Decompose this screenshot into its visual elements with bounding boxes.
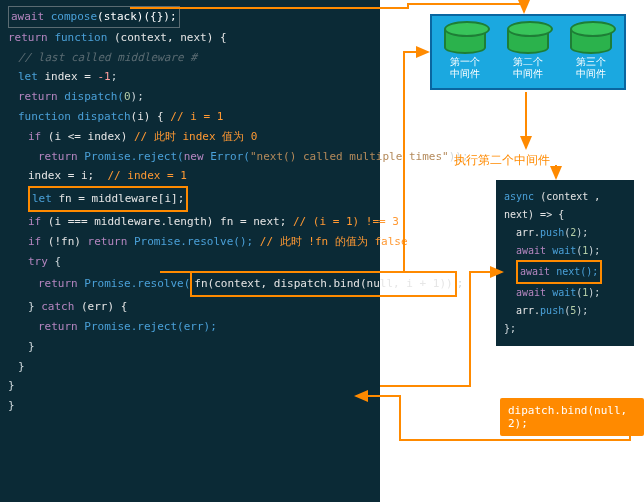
async-l4: await wait(1);: [504, 284, 628, 302]
code-line-19: }: [8, 376, 372, 396]
async-l2: await wait(1);: [504, 242, 628, 260]
code-line-5: return dispatch(0);: [8, 87, 372, 107]
code-line-18: }: [8, 357, 372, 377]
code-line-12: if (!fn) return Promise.resolve(); // 此时…: [8, 232, 372, 252]
code-line-2: return function (context, next) {: [8, 28, 372, 48]
code-line-6: function dispatch(i) { // i = 1: [8, 107, 372, 127]
highlight-await-next: await next();: [516, 260, 602, 284]
middleware-item-2: 第二个中间件: [500, 24, 556, 80]
cylinder-icon: [570, 24, 612, 54]
middleware-item-3: 第三个中间件: [563, 24, 619, 80]
code-line-14: return Promise.resolve(fn(context, dispa…: [8, 271, 372, 297]
async-l5: arr.push(5);: [504, 302, 628, 320]
highlight-fn-call: fn(context, dispatch.bind(null, i + 1)): [190, 271, 456, 297]
code-line-15: } catch (err) {: [8, 297, 372, 317]
code-line-20: }: [8, 396, 372, 416]
code-line-17: }: [8, 337, 372, 357]
async-sig: async (context , next) => {: [504, 188, 628, 224]
code-line-8: return Promise.reject(new Error("next() …: [8, 147, 372, 167]
middleware-item-1: 第一个中间件: [437, 24, 493, 80]
exec-second-middleware-label: 执行第二个中间件: [454, 152, 550, 169]
async-l1: arr.push(2);: [504, 224, 628, 242]
code-line-3: // last called middleware #: [8, 48, 372, 68]
highlight-let-fn: let fn = middleware[i];: [28, 186, 188, 212]
main-code-panel: await compose(stack)({}); return functio…: [0, 0, 380, 502]
code-line-9: index = i; // index = 1: [8, 166, 372, 186]
cylinder-icon: [507, 24, 549, 54]
dispatch-bind-badge: dipatch.bind(null, 2);: [500, 398, 644, 436]
cylinder-icon: [444, 24, 486, 54]
code-line-1: await compose(stack)({});: [8, 6, 372, 28]
code-line-10: let fn = middleware[i];: [8, 186, 372, 212]
code-line-11: if (i === middleware.length) fn = next; …: [8, 212, 372, 232]
code-line-13: try {: [8, 252, 372, 272]
middleware-stack: 第一个中间件 第二个中间件 第三个中间件: [430, 14, 626, 90]
code-line-4: let index = -1;: [8, 67, 372, 87]
code-line-7: if (i <= index) // 此时 index 值为 0: [8, 127, 372, 147]
async-end: };: [504, 320, 628, 338]
async-code-panel: async (context , next) => { arr.push(2);…: [496, 180, 634, 346]
async-l3: await next();: [504, 260, 628, 284]
code-line-16: return Promise.reject(err);: [8, 317, 372, 337]
